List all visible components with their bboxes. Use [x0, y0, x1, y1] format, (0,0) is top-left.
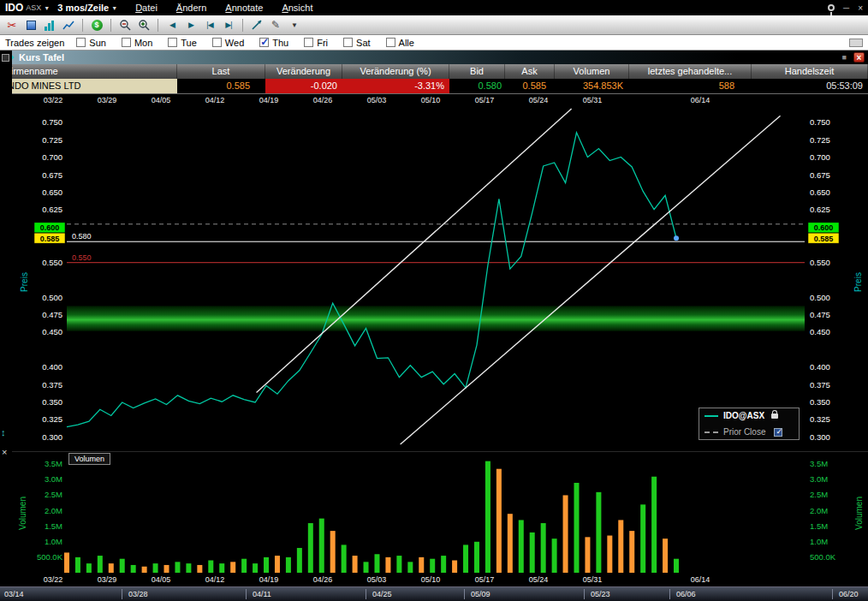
column-header[interactable]: Ask	[505, 64, 555, 79]
day-label: Sat	[356, 38, 371, 48]
day-filter-mon[interactable]: Mon	[122, 38, 152, 48]
bar-chart-icon[interactable]	[41, 17, 58, 33]
axis-price-marker-label: 0.585	[814, 235, 834, 243]
checkbox-thu[interactable]	[259, 38, 269, 47]
rail-close-icon[interactable]: ×	[2, 447, 7, 457]
column-header[interactable]: letztes gehandelte...	[629, 64, 752, 79]
price-tick-right: 0.725	[810, 135, 830, 145]
axis-price-marker-label: 0.600	[814, 223, 834, 232]
alerts-icon[interactable]: ✂	[3, 17, 21, 33]
zoom-in-icon[interactable]	[135, 17, 152, 33]
cell-volumen: 354.853K	[555, 79, 629, 93]
column-header[interactable]: Firmenname	[0, 64, 177, 79]
menu-datei[interactable]: Datei	[135, 3, 158, 13]
volume-bar	[353, 556, 358, 573]
checkbox-alle[interactable]	[386, 38, 395, 47]
column-header[interactable]: Veränderung	[265, 64, 342, 79]
price-chart[interactable]: 0.5800.5500.7500.7500.7250.7250.7000.700…	[0, 105, 868, 451]
date-tick-label: 06/14	[687, 575, 713, 584]
timeframe-selector[interactable]: 3 mos/Zeile	[57, 3, 109, 13]
scrollbar-date-label: 04/11	[253, 590, 271, 598]
price-tick-left: 0.675	[42, 170, 62, 180]
rail-panel-icon[interactable]	[2, 54, 9, 62]
volume-bar	[419, 557, 424, 573]
line-chart-icon[interactable]	[60, 17, 77, 33]
scrollbar-date-label: 03/28	[128, 590, 148, 598]
quote-table-header: FirmennameLastVeränderungVeränderung (%)…	[0, 64, 868, 79]
column-header[interactable]: Last	[177, 64, 265, 79]
minimize-icon[interactable]: ─	[843, 3, 849, 13]
symbol-dropdown-icon[interactable]: ▼	[44, 5, 50, 11]
column-header[interactable]: Volumen	[555, 64, 629, 79]
column-header[interactable]: Handelszeit	[752, 64, 868, 79]
timeframe-dropdown-icon[interactable]: ▼	[111, 5, 117, 11]
left-rail: ↕ ×	[0, 51, 12, 586]
zoom-out-icon[interactable]	[116, 17, 134, 33]
window-close-icon[interactable]: ×	[858, 3, 863, 13]
new-panel-icon[interactable]	[22, 17, 39, 33]
checkbox-tue[interactable]	[168, 38, 177, 47]
volume-tick-left: 2.0M	[45, 506, 62, 515]
axis-price-marker-label: 0.600	[40, 223, 60, 232]
day-filter-alle[interactable]: Alle	[386, 38, 414, 48]
panel-header[interactable]: Kurs Tafel ■ ×	[0, 51, 868, 64]
menu-annotate[interactable]: Annotate	[225, 3, 263, 13]
column-header[interactable]: Bid	[449, 64, 505, 79]
prior-close-checkbox[interactable]	[774, 428, 782, 437]
scrollbar-date-label: 05/23	[591, 590, 610, 598]
scrollbar-tick	[832, 589, 833, 599]
checkbox-fri[interactable]	[304, 38, 313, 47]
date-tick-label: 04/05	[148, 575, 174, 584]
volume-bar	[297, 548, 302, 573]
panel-close-icon[interactable]: ×	[853, 52, 865, 62]
day-filter-sun[interactable]: Sun	[76, 38, 106, 48]
day-filter-fri[interactable]: Fri	[304, 38, 328, 48]
volume-chart[interactable]: 3.5M3.5M3.0M3.0M2.5M2.5M2.0M2.0M1.5M1.5M…	[0, 451, 868, 574]
resize-grip[interactable]	[849, 39, 863, 47]
menu-ändern[interactable]: Ändern	[176, 3, 206, 13]
day-filter-thu[interactable]: Thu	[259, 38, 288, 48]
volume-bar	[264, 557, 269, 573]
volume-tick-left: 1.0M	[45, 537, 62, 546]
pan-right-icon[interactable]: ▶	[182, 17, 199, 33]
time-range-scrollbar[interactable]: 03/1403/2804/1104/2505/0905/2306/0606/20	[0, 586, 868, 601]
panel-title: Kurs Tafel	[19, 52, 64, 62]
draw-annotation-icon[interactable]: ✎	[267, 17, 284, 33]
zoom-in-glyph	[138, 19, 150, 31]
day-filter-sat[interactable]: Sat	[343, 38, 371, 48]
volume-bar	[396, 556, 401, 573]
date-tick-label: 05/31	[580, 96, 605, 104]
day-filter-tue[interactable]: Tue	[168, 38, 197, 48]
volume-bar	[153, 563, 158, 573]
symbol-code[interactable]: IDO	[5, 2, 23, 14]
menu-bar: IDO ASX ▼ 3 mos/Zeile ▼ DateiÄndernAnnot…	[0, 0, 868, 15]
volume-bar	[219, 563, 224, 573]
panel-settings-icon[interactable]: ■	[842, 53, 847, 62]
pin-icon[interactable]	[828, 4, 835, 11]
checkbox-sat[interactable]	[343, 38, 353, 47]
checkbox-wed[interactable]	[212, 38, 222, 47]
price-tick-right: 0.550	[810, 258, 830, 267]
day-label: Tue	[181, 38, 197, 48]
volume-bar	[474, 542, 479, 573]
currency-icon[interactable]: $	[88, 17, 105, 33]
quote-row[interactable]: INDO MINES LTD 0.585 -0.020 -3.31% 0.580…	[0, 79, 868, 93]
pan-left-icon[interactable]: ◀	[163, 17, 181, 33]
lock-icon[interactable]	[771, 414, 778, 419]
cell-firmenname: INDO MINES LTD	[0, 79, 177, 93]
tools-dropdown-icon[interactable]: ▼	[286, 17, 303, 33]
column-header[interactable]: Veränderung (%)	[342, 64, 449, 79]
rail-resize-icon[interactable]: ↕	[1, 427, 6, 437]
checkbox-mon[interactable]	[122, 38, 131, 47]
menu-ansicht[interactable]: Ansicht	[282, 3, 312, 13]
volume-bar	[131, 565, 136, 573]
price-tick-left: 0.450	[42, 327, 62, 336]
page-start-icon[interactable]: |◀	[201, 17, 218, 33]
trendline-icon[interactable]	[248, 17, 265, 33]
day-filter-wed[interactable]: Wed	[212, 38, 244, 48]
toolbar-separator	[158, 19, 158, 32]
volume-bar	[364, 562, 369, 573]
price-tick-right: 0.300	[810, 432, 830, 442]
checkbox-sun[interactable]	[76, 38, 86, 47]
page-end-icon[interactable]: ▶|	[220, 17, 237, 33]
